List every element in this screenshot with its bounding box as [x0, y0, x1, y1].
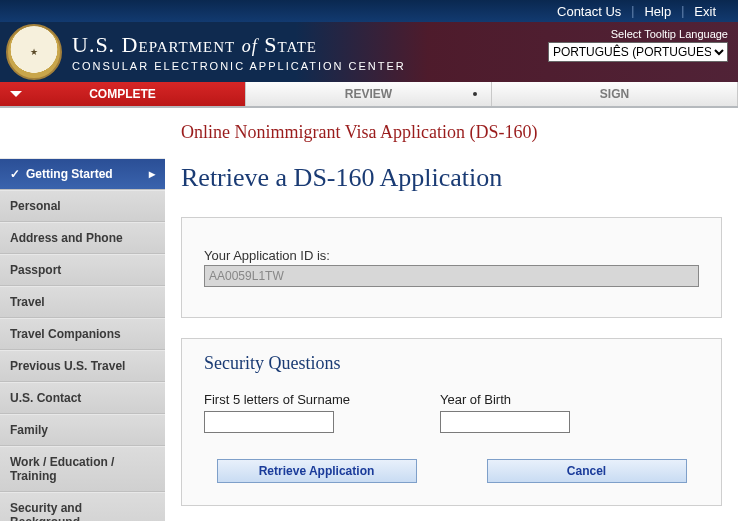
- top-nav: Contact Us | Help | Exit: [0, 0, 738, 22]
- sidebar-item-personal[interactable]: Personal: [0, 190, 165, 222]
- tab-sign[interactable]: SIGN: [492, 82, 738, 106]
- chevron-right-icon: ▸: [149, 167, 155, 181]
- language-select[interactable]: PORTUGUÊS (PORTUGUESE): [548, 42, 728, 62]
- department-title: U.S. Department of State CONSULAR ELECTR…: [72, 32, 406, 72]
- security-questions-panel: Security Questions First 5 letters of Su…: [181, 338, 722, 506]
- state-seal-icon: ★: [6, 24, 62, 80]
- application-title: Online Nonimmigrant Visa Application (DS…: [181, 122, 722, 143]
- language-selector: Select Tooltip Language PORTUGUÊS (PORTU…: [548, 28, 728, 62]
- year-of-birth-label: Year of Birth: [440, 392, 570, 407]
- check-icon: ✓: [10, 167, 20, 181]
- surname-label: First 5 letters of Surname: [204, 392, 350, 407]
- content: Online Nonimmigrant Visa Application (DS…: [165, 108, 738, 521]
- dot-icon: [473, 92, 477, 96]
- exit-link[interactable]: Exit: [684, 4, 726, 19]
- help-link[interactable]: Help: [634, 4, 681, 19]
- tab-complete[interactable]: COMPLETE: [0, 82, 246, 106]
- sidebar-item-travel-companions[interactable]: Travel Companions: [0, 318, 165, 350]
- header: ★ U.S. Department of State CONSULAR ELEC…: [0, 22, 738, 82]
- retrieve-application-button[interactable]: Retrieve Application: [217, 459, 417, 483]
- page-heading: Retrieve a DS-160 Application: [181, 163, 722, 193]
- cancel-button[interactable]: Cancel: [487, 459, 687, 483]
- sidebar-item-getting-started[interactable]: ✓ Getting Started ▸: [0, 158, 165, 190]
- progress-tabs: COMPLETE REVIEW SIGN: [0, 82, 738, 108]
- sidebar-item-work-education[interactable]: Work / Education / Training: [0, 446, 165, 492]
- sidebar-item-security-background[interactable]: Security and Background: [0, 492, 165, 521]
- sidebar-item-address-phone[interactable]: Address and Phone: [0, 222, 165, 254]
- tab-review[interactable]: REVIEW: [246, 82, 492, 106]
- security-questions-heading: Security Questions: [204, 353, 699, 374]
- language-label: Select Tooltip Language: [548, 28, 728, 40]
- sidebar-item-family[interactable]: Family: [0, 414, 165, 446]
- sidebar-item-travel[interactable]: Travel: [0, 286, 165, 318]
- sidebar-item-passport[interactable]: Passport: [0, 254, 165, 286]
- chevron-down-icon: [10, 91, 22, 97]
- application-id-label: Your Application ID is:: [204, 248, 699, 263]
- year-of-birth-input[interactable]: [440, 411, 570, 433]
- sidebar-item-previous-us-travel[interactable]: Previous U.S. Travel: [0, 350, 165, 382]
- application-id-panel: Your Application ID is:: [181, 217, 722, 318]
- application-id-field: [204, 265, 699, 287]
- sidebar: ✓ Getting Started ▸ Personal Address and…: [0, 108, 165, 521]
- contact-link[interactable]: Contact Us: [547, 4, 631, 19]
- surname-input[interactable]: [204, 411, 334, 433]
- sidebar-item-us-contact[interactable]: U.S. Contact: [0, 382, 165, 414]
